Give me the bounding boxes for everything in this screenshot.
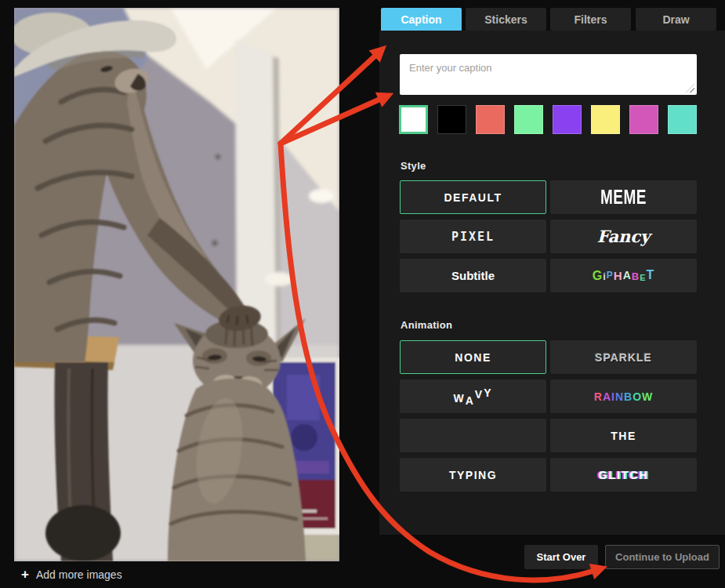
tab-stickers[interactable]: Stickers: [466, 8, 546, 31]
option-label: MEME: [600, 186, 647, 209]
color-swatch-white[interactable]: [399, 105, 428, 134]
tab-caption[interactable]: Caption: [381, 8, 462, 31]
option-label: TYPING: [449, 469, 497, 481]
add-more-images-label: Add more images: [36, 568, 122, 581]
option-label: NONE: [455, 351, 491, 364]
style-option-fancy[interactable]: Fancy: [550, 220, 697, 253]
tab-draw[interactable]: Draw: [636, 8, 716, 31]
option-label: THE: [611, 430, 636, 442]
color-swatch-teal[interactable]: [668, 105, 697, 134]
start-over-button[interactable]: Start Over: [524, 545, 598, 569]
color-swatch-yellow[interactable]: [591, 105, 620, 134]
style-option-giphabet[interactable]: GiPHABET: [550, 259, 697, 292]
option-label: Fancy: [597, 227, 651, 246]
tab-filters[interactable]: Filters: [550, 8, 631, 31]
animation-option-wavy[interactable]: WAVY: [400, 379, 546, 413]
color-swatch-salmon[interactable]: [476, 105, 505, 134]
color-swatch-magenta[interactable]: [629, 105, 658, 134]
option-label: GiPHABET: [593, 269, 655, 283]
option-label: WAVY: [453, 390, 492, 403]
animation-option-glitch[interactable]: GLITCH: [550, 458, 697, 492]
option-label: RAINBOW: [594, 390, 654, 403]
cats-photo-illustration: [14, 8, 339, 561]
color-swatch-purple[interactable]: [553, 105, 582, 134]
color-swatch-green[interactable]: [514, 105, 543, 134]
animation-option-typing[interactable]: TYPING: [400, 458, 546, 492]
option-label: SPARKLE: [595, 351, 652, 364]
plus-icon: +: [21, 568, 29, 581]
animation-option-blank[interactable]: [400, 419, 546, 452]
animation-section-label: Animation: [401, 319, 452, 331]
option-label: Subtitle: [451, 269, 495, 282]
option-label: GLITCH: [598, 469, 648, 481]
option-label: DEFAULT: [444, 191, 502, 204]
continue-to-upload-button[interactable]: Continue to Upload: [605, 545, 720, 569]
animation-option-sparkle[interactable]: SPARKLE: [550, 340, 697, 374]
style-option-meme[interactable]: MEME: [550, 180, 697, 214]
option-label: PIXEL: [451, 230, 495, 244]
caption-input[interactable]: [400, 54, 697, 95]
animation-option-rainbow[interactable]: RAINBOW: [550, 379, 697, 413]
color-swatch-black[interactable]: [437, 105, 466, 134]
style-option-pixel[interactable]: PIXEL: [400, 220, 546, 253]
gif-editor-app: Caption Stickers Filters Draw Style DEFA…: [0, 0, 725, 588]
add-more-images-button[interactable]: + Add more images: [21, 568, 122, 581]
animation-option-none[interactable]: NONE: [400, 340, 546, 374]
animation-option-the[interactable]: THE: [550, 419, 697, 452]
style-section-label: Style: [401, 160, 426, 172]
gif-preview-image: [14, 8, 339, 561]
style-option-subtitle[interactable]: Subtitle: [400, 259, 546, 292]
style-option-default[interactable]: DEFAULT: [400, 180, 546, 214]
